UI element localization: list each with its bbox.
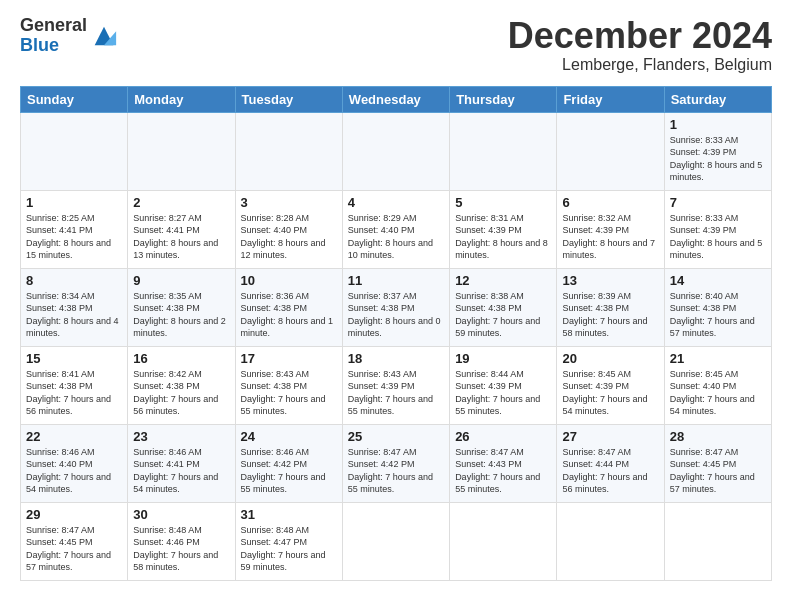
table-row: 2 Sunrise: 8:27 AM Sunset: 4:41 PM Dayli… — [128, 190, 235, 268]
day-info: Sunrise: 8:45 AM Sunset: 4:39 PM Dayligh… — [562, 368, 658, 418]
day-number: 29 — [26, 507, 122, 522]
day-number: 24 — [241, 429, 337, 444]
day-info: Sunrise: 8:33 AM Sunset: 4:39 PM Dayligh… — [670, 212, 766, 262]
day-info: Sunrise: 8:37 AM Sunset: 4:38 PM Dayligh… — [348, 290, 444, 340]
table-row: 13 Sunrise: 8:39 AM Sunset: 4:38 PM Dayl… — [557, 268, 664, 346]
calendar-table: Sunday Monday Tuesday Wednesday Thursday… — [20, 86, 772, 581]
day-number: 26 — [455, 429, 551, 444]
table-row: 15 Sunrise: 8:41 AM Sunset: 4:38 PM Dayl… — [21, 346, 128, 424]
day-info: Sunrise: 8:36 AM Sunset: 4:38 PM Dayligh… — [241, 290, 337, 340]
day-info: Sunrise: 8:28 AM Sunset: 4:40 PM Dayligh… — [241, 212, 337, 262]
calendar-row: 8 Sunrise: 8:34 AM Sunset: 4:38 PM Dayli… — [21, 268, 772, 346]
table-row — [450, 502, 557, 580]
day-info: Sunrise: 8:45 AM Sunset: 4:40 PM Dayligh… — [670, 368, 766, 418]
day-info: Sunrise: 8:38 AM Sunset: 4:38 PM Dayligh… — [455, 290, 551, 340]
logo-text: General Blue — [20, 16, 87, 56]
calendar-row: 15 Sunrise: 8:41 AM Sunset: 4:38 PM Dayl… — [21, 346, 772, 424]
table-row: 3 Sunrise: 8:28 AM Sunset: 4:40 PM Dayli… — [235, 190, 342, 268]
day-info: Sunrise: 8:47 AM Sunset: 4:45 PM Dayligh… — [26, 524, 122, 574]
day-info: Sunrise: 8:44 AM Sunset: 4:39 PM Dayligh… — [455, 368, 551, 418]
day-number: 20 — [562, 351, 658, 366]
day-info: Sunrise: 8:32 AM Sunset: 4:39 PM Dayligh… — [562, 212, 658, 262]
table-row — [450, 112, 557, 190]
calendar-row: 1 Sunrise: 8:33 AM Sunset: 4:39 PM Dayli… — [21, 112, 772, 190]
month-title: December 2024 — [508, 16, 772, 56]
calendar-row: 1 Sunrise: 8:25 AM Sunset: 4:41 PM Dayli… — [21, 190, 772, 268]
table-row: 21 Sunrise: 8:45 AM Sunset: 4:40 PM Dayl… — [664, 346, 771, 424]
table-row: 7 Sunrise: 8:33 AM Sunset: 4:39 PM Dayli… — [664, 190, 771, 268]
col-saturday: Saturday — [664, 86, 771, 112]
day-info: Sunrise: 8:39 AM Sunset: 4:38 PM Dayligh… — [562, 290, 658, 340]
header-row: Sunday Monday Tuesday Wednesday Thursday… — [21, 86, 772, 112]
day-number: 17 — [241, 351, 337, 366]
day-number: 14 — [670, 273, 766, 288]
day-number: 30 — [133, 507, 229, 522]
day-info: Sunrise: 8:41 AM Sunset: 4:38 PM Dayligh… — [26, 368, 122, 418]
day-info: Sunrise: 8:47 AM Sunset: 4:42 PM Dayligh… — [348, 446, 444, 496]
table-row — [235, 112, 342, 190]
table-row: 19 Sunrise: 8:44 AM Sunset: 4:39 PM Dayl… — [450, 346, 557, 424]
title-section: December 2024 Lemberge, Flanders, Belgiu… — [508, 16, 772, 74]
table-row: 30 Sunrise: 8:48 AM Sunset: 4:46 PM Dayl… — [128, 502, 235, 580]
day-number: 31 — [241, 507, 337, 522]
table-row — [342, 112, 449, 190]
day-number: 11 — [348, 273, 444, 288]
table-row — [21, 112, 128, 190]
day-number: 1 — [26, 195, 122, 210]
table-row: 28 Sunrise: 8:47 AM Sunset: 4:45 PM Dayl… — [664, 424, 771, 502]
day-number: 15 — [26, 351, 122, 366]
day-number: 25 — [348, 429, 444, 444]
day-number: 22 — [26, 429, 122, 444]
day-number: 16 — [133, 351, 229, 366]
table-row: 4 Sunrise: 8:29 AM Sunset: 4:40 PM Dayli… — [342, 190, 449, 268]
table-row: 10 Sunrise: 8:36 AM Sunset: 4:38 PM Dayl… — [235, 268, 342, 346]
day-info: Sunrise: 8:42 AM Sunset: 4:38 PM Dayligh… — [133, 368, 229, 418]
day-number: 18 — [348, 351, 444, 366]
day-info: Sunrise: 8:33 AM Sunset: 4:39 PM Dayligh… — [670, 134, 766, 184]
col-thursday: Thursday — [450, 86, 557, 112]
col-monday: Monday — [128, 86, 235, 112]
day-number: 10 — [241, 273, 337, 288]
table-row: 12 Sunrise: 8:38 AM Sunset: 4:38 PM Dayl… — [450, 268, 557, 346]
table-row — [557, 112, 664, 190]
table-row: 25 Sunrise: 8:47 AM Sunset: 4:42 PM Dayl… — [342, 424, 449, 502]
main-container: General Blue December 2024 Lemberge, Fla… — [0, 0, 792, 591]
day-number: 19 — [455, 351, 551, 366]
logo-blue: Blue — [20, 36, 87, 56]
day-number: 5 — [455, 195, 551, 210]
table-row: 26 Sunrise: 8:47 AM Sunset: 4:43 PM Dayl… — [450, 424, 557, 502]
table-row: 14 Sunrise: 8:40 AM Sunset: 4:38 PM Dayl… — [664, 268, 771, 346]
col-tuesday: Tuesday — [235, 86, 342, 112]
day-number: 1 — [670, 117, 766, 132]
day-number: 13 — [562, 273, 658, 288]
day-info: Sunrise: 8:47 AM Sunset: 4:45 PM Dayligh… — [670, 446, 766, 496]
day-info: Sunrise: 8:40 AM Sunset: 4:38 PM Dayligh… — [670, 290, 766, 340]
day-number: 21 — [670, 351, 766, 366]
table-row: 9 Sunrise: 8:35 AM Sunset: 4:38 PM Dayli… — [128, 268, 235, 346]
day-info: Sunrise: 8:25 AM Sunset: 4:41 PM Dayligh… — [26, 212, 122, 262]
table-row: 31 Sunrise: 8:48 AM Sunset: 4:47 PM Dayl… — [235, 502, 342, 580]
table-row: 24 Sunrise: 8:46 AM Sunset: 4:42 PM Dayl… — [235, 424, 342, 502]
calendar-row: 22 Sunrise: 8:46 AM Sunset: 4:40 PM Dayl… — [21, 424, 772, 502]
day-number: 7 — [670, 195, 766, 210]
day-info: Sunrise: 8:34 AM Sunset: 4:38 PM Dayligh… — [26, 290, 122, 340]
table-row: 8 Sunrise: 8:34 AM Sunset: 4:38 PM Dayli… — [21, 268, 128, 346]
table-row: 16 Sunrise: 8:42 AM Sunset: 4:38 PM Dayl… — [128, 346, 235, 424]
calendar-body: 1 Sunrise: 8:33 AM Sunset: 4:39 PM Dayli… — [21, 112, 772, 580]
day-number: 6 — [562, 195, 658, 210]
day-number: 9 — [133, 273, 229, 288]
table-row: 11 Sunrise: 8:37 AM Sunset: 4:38 PM Dayl… — [342, 268, 449, 346]
table-row: 1 Sunrise: 8:25 AM Sunset: 4:41 PM Dayli… — [21, 190, 128, 268]
day-info: Sunrise: 8:27 AM Sunset: 4:41 PM Dayligh… — [133, 212, 229, 262]
col-friday: Friday — [557, 86, 664, 112]
day-number: 3 — [241, 195, 337, 210]
col-sunday: Sunday — [21, 86, 128, 112]
col-wednesday: Wednesday — [342, 86, 449, 112]
day-info: Sunrise: 8:43 AM Sunset: 4:39 PM Dayligh… — [348, 368, 444, 418]
day-info: Sunrise: 8:46 AM Sunset: 4:42 PM Dayligh… — [241, 446, 337, 496]
table-row: 27 Sunrise: 8:47 AM Sunset: 4:44 PM Dayl… — [557, 424, 664, 502]
table-row — [664, 502, 771, 580]
logo-icon — [90, 22, 118, 50]
table-row: 17 Sunrise: 8:43 AM Sunset: 4:38 PM Dayl… — [235, 346, 342, 424]
day-info: Sunrise: 8:48 AM Sunset: 4:47 PM Dayligh… — [241, 524, 337, 574]
